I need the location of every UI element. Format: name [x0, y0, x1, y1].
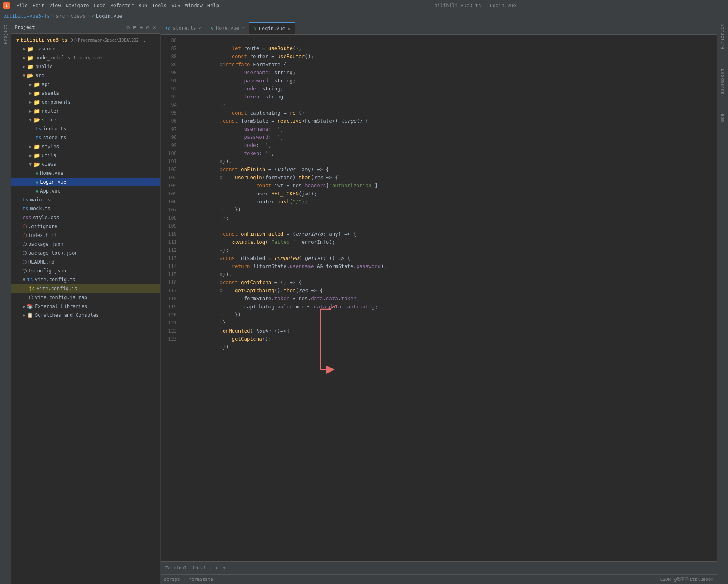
tree-mock-ts[interactable]: ts mock.ts — [11, 204, 160, 213]
code-line-102: ⊟ userLogin(formState).then(res => { — [183, 165, 717, 174]
terminal-local: Local — [193, 565, 206, 571]
menu-code[interactable]: Code — [94, 3, 106, 8]
tree-vite-config[interactable]: ▼ ts vite.config.ts — [11, 275, 160, 284]
breadcrumb: bilibili-vue3-ts › src › views › ✓ Login… — [0, 11, 728, 21]
menu-bar[interactable]: File Edit View Navigate Code Refactor Ru… — [16, 3, 219, 8]
bookmarks-label[interactable]: Bookmarks — [720, 69, 725, 94]
ln-94: 94 — [161, 101, 177, 109]
folder-icon-styles: 📁 — [33, 144, 40, 150]
tab-bar[interactable]: ts store.ts × V Home.vue × V Login.vue × — [161, 21, 717, 35]
tree-store-index[interactable]: ts index.ts — [11, 124, 160, 133]
tree-login-vue[interactable]: V Login.vue — [11, 178, 160, 186]
tree-src[interactable]: ▼ 📂 src — [11, 71, 160, 80]
code-line-94: const captchaImg = ref() — [183, 101, 717, 109]
tree-home-vue[interactable]: V Home.vue — [11, 169, 160, 178]
close-tab-store[interactable]: × — [199, 26, 201, 31]
folder-icon-node: 📁 — [27, 55, 33, 61]
tree-node-modules[interactable]: ▶ 📁 node_modules library root — [11, 53, 160, 62]
libs-icon: 📚 — [27, 304, 33, 309]
breadcrumb-views[interactable]: views — [71, 13, 86, 19]
tree-external-libs[interactable]: ▶ 📚 External Libraries — [11, 302, 160, 311]
tree-package-json[interactable]: ⬡ package.json — [11, 240, 160, 249]
terminal-add-btn[interactable]: + — [215, 565, 218, 571]
ln-101: 101 — [161, 157, 177, 165]
code-editor[interactable]: 86 87 88 89 90 91 92 93 94 95 96● 97● 98… — [161, 35, 717, 561]
tree-app-vue-name: App.vue — [40, 188, 61, 194]
ln-87: 87 — [161, 44, 177, 52]
menu-navigate[interactable]: Navigate — [66, 3, 89, 8]
folder-icon-public: 📁 — [27, 64, 33, 70]
folder-icon-assets: 📁 — [33, 90, 40, 96]
tree-public[interactable]: ▶ 📁 public — [11, 62, 160, 71]
expand-icon[interactable]: ≡ — [139, 23, 144, 31]
tree-assets[interactable]: ▶ 📁 assets — [11, 89, 160, 98]
tree-app-vue[interactable]: V App.vue — [11, 186, 160, 195]
tree-store[interactable]: ▼ 📂 store — [11, 115, 160, 124]
tree-main-ts[interactable]: ts main.ts — [11, 195, 160, 204]
ln-89: 89 — [161, 61, 177, 69]
menu-edit[interactable]: Edit — [33, 3, 44, 8]
tree-tsconfig-json[interactable]: ⬡ tsconfig.json — [11, 266, 160, 275]
collapse-icon[interactable]: ⊟ — [132, 23, 137, 31]
tree-vite-config-js[interactable]: js vite.config.js — [11, 284, 160, 293]
menu-window[interactable]: Window — [185, 3, 203, 8]
tree-store-ts[interactable]: ts store.ts — [11, 133, 160, 142]
menu-run[interactable]: Run — [138, 3, 147, 8]
tree-node-badge: library root — [73, 56, 103, 60]
tree-views[interactable]: ▼ 📂 views — [11, 160, 160, 169]
chevron-right-icon-api: ▶ — [29, 82, 32, 87]
menu-tools[interactable]: Tools — [152, 3, 167, 8]
locate-icon[interactable]: ⊙ — [126, 23, 130, 31]
breadcrumb-file[interactable]: Login.vue — [96, 13, 122, 19]
tree-package-lock-json[interactable]: ⬡ package-lock.json — [11, 249, 160, 257]
close-tab-home[interactable]: × — [242, 26, 244, 31]
tree-styles[interactable]: ▶ 📁 styles — [11, 142, 160, 151]
breadcrumb-src[interactable]: src — [56, 13, 65, 19]
structure-label[interactable]: Structure — [720, 24, 725, 50]
tab-home-vue[interactable]: V Home.vue × — [206, 22, 249, 34]
project-label[interactable]: Project — [3, 24, 8, 44]
tree-readme-md[interactable]: ⬡ README.md — [11, 257, 160, 266]
js-icon-vite: js — [29, 286, 35, 291]
panel-toolbar[interactable]: ⊙ ⊟ ≡ ⚙ × — [126, 23, 157, 31]
ln-90: 90 — [161, 69, 177, 77]
tree-router[interactable]: ▶ 📁 router — [11, 107, 160, 115]
tree-style-css[interactable]: css style.css — [11, 213, 160, 222]
menu-vcs[interactable]: VCS — [172, 3, 180, 8]
tab-store-ts[interactable]: ts store.ts × — [161, 22, 206, 34]
code-line-106: ⊟ }) — [183, 198, 717, 206]
menu-refactor[interactable]: Refactor — [110, 3, 134, 8]
tree-vscode[interactable]: ▶ 📁 .vscode — [11, 44, 160, 53]
ln-97: 97● — [161, 125, 177, 133]
menu-file[interactable]: File — [16, 3, 28, 8]
tree-api[interactable]: ▶ 📁 api — [11, 80, 160, 89]
git-icon: ⬡ — [23, 224, 27, 229]
tree-root[interactable]: ▼ bilibili-vue3-ts D:\ProgramWorkSpace\I… — [11, 36, 160, 44]
close-panel-icon[interactable]: × — [152, 23, 157, 31]
ln-115: 115 — [161, 270, 177, 278]
css-icon-style: css — [23, 215, 31, 220]
tab-login-vue[interactable]: V Login.vue × — [249, 22, 295, 34]
breadcrumb-project[interactable]: bilibili-vue3-ts — [3, 13, 50, 19]
tree-components[interactable]: ▶ 📁 components — [11, 98, 160, 107]
tree-index-html[interactable]: ⬡ index.html — [11, 231, 160, 240]
npm-label[interactable]: npm — [720, 114, 725, 122]
settings-icon[interactable]: ⚙ — [145, 23, 150, 31]
terminal-expand-icon[interactable]: ∨ — [223, 565, 226, 571]
menu-help[interactable]: Help — [207, 3, 219, 8]
tree-utils[interactable]: ▶ 📁 utils — [11, 151, 160, 160]
tree-utils-name: utils — [42, 153, 56, 158]
close-tab-login[interactable]: × — [288, 27, 290, 31]
json-icon-vite-map: ⬡ — [29, 295, 33, 300]
tree-scratches[interactable]: ▶ 📋 Scratches and Consoles — [11, 311, 160, 320]
ln-122: 122 — [161, 327, 177, 335]
status-credit: CSDN @蓝匣子itbluebox — [660, 576, 713, 582]
tree-vite-config-js-map[interactable]: ⬡ vite.config.js.map — [11, 293, 160, 302]
terminal-panel[interactable]: Terminal: Local | + ∨ — [161, 561, 717, 574]
tree-gitignore[interactable]: ⬡ .gitignore — [11, 222, 160, 231]
left-activity-bar: Project — [0, 21, 11, 584]
code-line-115: ⊟const getCaptcha = () => { — [183, 270, 717, 278]
menu-view[interactable]: View — [49, 3, 61, 8]
file-tree[interactable]: ▼ bilibili-vue3-ts D:\ProgramWorkSpace\I… — [11, 34, 160, 584]
chevron-right-icon-router: ▶ — [29, 108, 32, 114]
